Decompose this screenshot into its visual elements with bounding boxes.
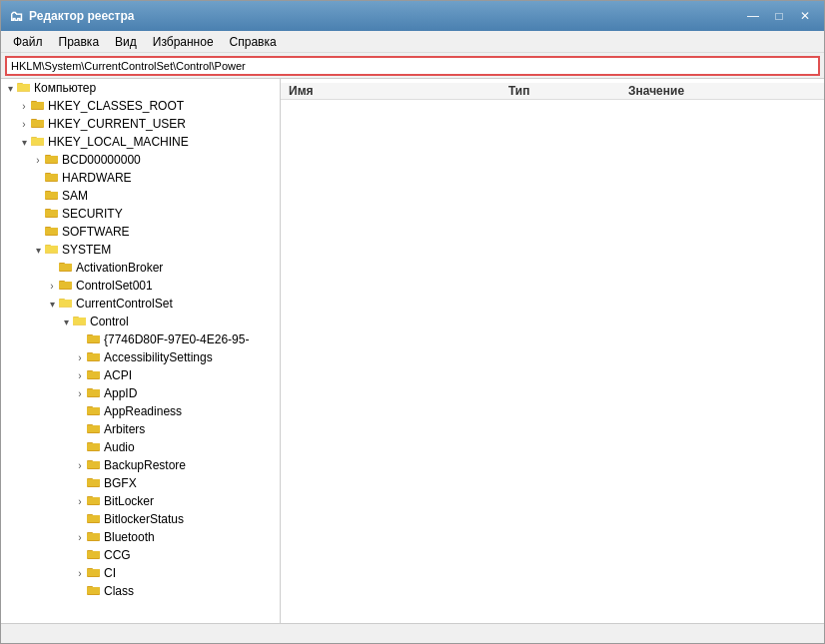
svg-rect-32 xyxy=(45,246,58,253)
tree-label-audio: Audio xyxy=(104,440,135,454)
tree-toggle-accessibilitysettings: › xyxy=(73,352,87,363)
tree-item-sam[interactable]: SAM xyxy=(1,187,280,205)
menubar: Файл Правка Вид Избранное Справка xyxy=(1,31,824,53)
tree-item-bitlockerstatus[interactable]: BitlockerStatus xyxy=(1,510,280,528)
menu-favorites[interactable]: Избранное xyxy=(145,33,222,51)
tree-toggle-currentcontrolset: ▾ xyxy=(45,299,59,310)
tree-item-bluetooth[interactable]: ›Bluetooth xyxy=(1,528,280,546)
tree-label-hklm: HKEY_LOCAL_MACHINE xyxy=(48,135,189,149)
menu-file[interactable]: Файл xyxy=(5,33,51,51)
folder-icon-hkcr xyxy=(31,99,45,114)
svg-rect-70 xyxy=(87,461,100,468)
app-icon: 🗂 xyxy=(9,8,23,24)
tree-item-hklm[interactable]: ▾HKEY_LOCAL_MACHINE xyxy=(1,133,280,151)
tree-toggle-bitlocker: › xyxy=(73,496,87,507)
tree-item-accessibilitysettings[interactable]: ›AccessibilitySettings xyxy=(1,348,280,366)
tree-item-arbiters[interactable]: Arbiters xyxy=(1,420,280,438)
svg-rect-79 xyxy=(87,515,100,522)
svg-rect-73 xyxy=(87,479,100,486)
folder-icon-hklm xyxy=(31,135,45,150)
tree-label-software: SOFTWARE xyxy=(62,225,130,239)
menu-help[interactable]: Справка xyxy=(222,33,285,51)
col-header-name: Имя xyxy=(289,84,508,98)
tree-toggle-computer: ▾ xyxy=(3,83,17,94)
tree-toggle-control: ▾ xyxy=(59,317,73,327)
tree-item-activationbroker[interactable]: ActivationBroker xyxy=(1,259,280,277)
tree-item-currentcontrolset[interactable]: ▾CurrentControlSet xyxy=(1,295,280,313)
folder-icon-guid xyxy=(87,332,101,347)
svg-rect-49 xyxy=(87,335,100,342)
address-input[interactable] xyxy=(5,56,820,76)
folder-icon-backuprestore xyxy=(87,458,101,473)
folder-icon-acpi xyxy=(87,368,101,383)
folder-icon-control xyxy=(73,315,87,329)
svg-rect-91 xyxy=(87,587,100,594)
svg-rect-22 xyxy=(45,192,58,199)
tree-item-hkcr[interactable]: ›HKEY_CLASSES_ROOT xyxy=(1,97,280,115)
tree-item-hardware[interactable]: HARDWARE xyxy=(1,169,280,187)
tree-item-ci[interactable]: ›CI xyxy=(1,564,280,582)
tree-item-software[interactable]: SOFTWARE xyxy=(1,223,280,241)
folder-icon-arbiters xyxy=(87,422,101,437)
tree-toggle-bcd: › xyxy=(31,155,45,166)
tree-item-audio[interactable]: Audio xyxy=(1,438,280,456)
tree-item-computer[interactable]: ▾Компьютер xyxy=(1,79,280,97)
svg-rect-88 xyxy=(87,569,100,576)
tree-label-controlset001: ControlSet001 xyxy=(76,279,153,293)
svg-rect-9 xyxy=(31,120,44,127)
folder-icon-accessibilitysettings xyxy=(87,350,101,365)
svg-rect-3 xyxy=(17,84,30,91)
tree-toggle-appid: › xyxy=(73,388,87,399)
tree-item-hkcu[interactable]: ›HKEY_CURRENT_USER xyxy=(1,115,280,133)
menu-view[interactable]: Вид xyxy=(107,33,145,51)
svg-rect-58 xyxy=(87,389,100,396)
folder-icon-software xyxy=(45,225,59,240)
tree-label-activationbroker: ActivationBroker xyxy=(76,261,163,275)
tree-label-bitlockerstatus: BitlockerStatus xyxy=(104,512,184,526)
folder-icon-appid xyxy=(87,386,101,401)
maximize-button[interactable]: □ xyxy=(768,7,790,25)
tree-item-bcd[interactable]: ›BCD00000000 xyxy=(1,151,280,169)
tree-label-appid: AppID xyxy=(104,386,137,400)
tree-item-appreadiness[interactable]: AppReadiness xyxy=(1,402,280,420)
tree-item-system[interactable]: ▾SYSTEM xyxy=(1,241,280,259)
tree-toggle-hklm: ▾ xyxy=(17,137,31,148)
minimize-button[interactable]: — xyxy=(742,7,764,25)
svg-rect-28 xyxy=(45,228,58,235)
tree-label-acpi: ACPI xyxy=(104,368,132,382)
tree-item-acpi[interactable]: ›ACPI xyxy=(1,366,280,384)
folder-icon-appreadiness xyxy=(87,404,101,419)
tree-item-class[interactable]: Class xyxy=(1,582,280,600)
tree-item-ccg[interactable]: CCG xyxy=(1,546,280,564)
tree-item-bitlocker[interactable]: ›BitLocker xyxy=(1,492,280,510)
tree-label-appreadiness: AppReadiness xyxy=(104,404,182,418)
tree-item-controlset001[interactable]: ›ControlSet001 xyxy=(1,277,280,295)
tree-label-sam: SAM xyxy=(62,189,88,203)
menu-edit[interactable]: Правка xyxy=(51,33,108,51)
tree-label-bcd: BCD00000000 xyxy=(62,153,141,167)
tree-item-guid[interactable]: {7746D80F-97E0-4E26-95- xyxy=(1,330,280,348)
tree-label-ci: CI xyxy=(104,566,116,580)
statusbar xyxy=(1,623,824,643)
folder-icon-hardware xyxy=(45,171,59,186)
svg-rect-55 xyxy=(87,371,100,378)
svg-rect-67 xyxy=(87,443,100,450)
tree-item-appid[interactable]: ›AppID xyxy=(1,384,280,402)
svg-rect-19 xyxy=(45,174,58,181)
tree-pane[interactable]: ▾Компьютер›HKEY_CLASSES_ROOT›HKEY_CURREN… xyxy=(1,79,281,623)
tree-label-backuprestore: BackupRestore xyxy=(104,458,186,472)
detail-column-headers: Имя Тип Значение xyxy=(281,83,824,100)
tree-toggle-controlset001: › xyxy=(45,281,59,292)
tree-item-security[interactable]: SECURITY xyxy=(1,205,280,223)
close-button[interactable]: ✕ xyxy=(794,7,816,25)
tree-item-bgfx[interactable]: BGFX xyxy=(1,474,280,492)
folder-icon-activationbroker xyxy=(59,261,73,276)
svg-rect-82 xyxy=(87,533,100,540)
folder-icon-bluetooth xyxy=(87,530,101,545)
tree-item-control[interactable]: ▾Control xyxy=(1,313,280,330)
tree-item-backuprestore[interactable]: ›BackupRestore xyxy=(1,456,280,474)
registry-editor-window: 🗂 Редактор реестра — □ ✕ Файл Правка Вид… xyxy=(0,0,825,644)
addressbar xyxy=(1,53,824,79)
svg-rect-42 xyxy=(59,300,72,307)
col-header-type: Тип xyxy=(508,84,628,98)
